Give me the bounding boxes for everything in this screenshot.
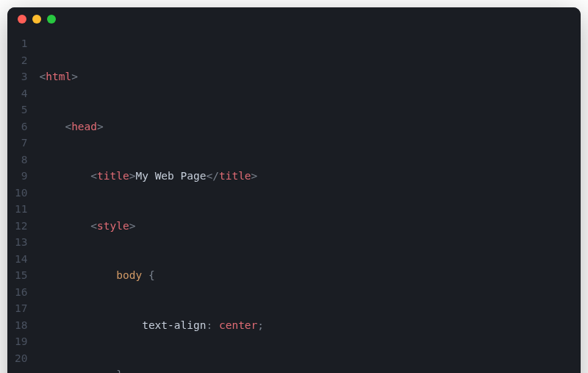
titlebar <box>7 7 581 31</box>
line-number: 12 <box>15 218 27 235</box>
line-number: 3 <box>15 68 27 85</box>
line-gutter: 1234567891011121314151617181920 <box>7 35 39 373</box>
line-number: 4 <box>15 85 27 102</box>
line-number: 20 <box>15 350 27 367</box>
line-number: 16 <box>15 284 27 301</box>
line-number: 11 <box>15 201 27 218</box>
code-line: } <box>39 366 566 373</box>
line-number: 10 <box>15 185 27 202</box>
code-line: body { <box>39 267 566 284</box>
line-number: 5 <box>15 102 27 118</box>
line-number: 2 <box>15 52 27 69</box>
editor-window: 1234567891011121314151617181920 <html> <… <box>7 7 581 373</box>
code-editor[interactable]: 1234567891011121314151617181920 <html> <… <box>7 31 581 373</box>
code-line: text-align: center; <box>39 317 566 334</box>
close-icon[interactable] <box>18 15 26 24</box>
line-number: 18 <box>15 317 27 334</box>
code-line: <html> <box>39 68 566 85</box>
line-number: 14 <box>15 251 27 268</box>
line-number: 1 <box>15 35 27 52</box>
line-number: 8 <box>15 152 27 168</box>
zoom-icon[interactable] <box>47 15 56 24</box>
line-number: 9 <box>15 168 27 185</box>
minimize-icon[interactable] <box>32 15 41 24</box>
code-area[interactable]: <html> <head> <title>My Web Page</title>… <box>39 35 581 373</box>
line-number: 6 <box>15 118 27 135</box>
code-line: <title>My Web Page</title> <box>39 168 566 185</box>
line-number: 13 <box>15 234 27 251</box>
code-line: <head> <box>39 118 566 135</box>
line-number: 15 <box>15 267 27 284</box>
line-number: 7 <box>15 135 27 152</box>
line-number: 19 <box>15 333 27 350</box>
line-number: 17 <box>15 300 27 317</box>
code-line: <style> <box>39 218 566 235</box>
